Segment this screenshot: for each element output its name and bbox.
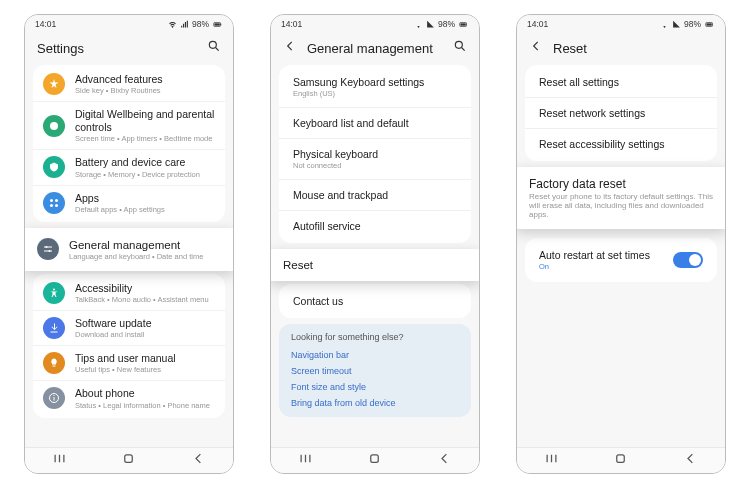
- page-title: Reset: [553, 41, 713, 56]
- status-bar: 14:01 98%: [25, 15, 233, 33]
- signal-icon: [180, 20, 189, 29]
- looking-card: Looking for something else? Navigation b…: [279, 324, 471, 417]
- phone-reset: 14:01 98% Reset Reset all settings Reset…: [516, 14, 726, 474]
- link-bring-data[interactable]: Bring data from old device: [291, 395, 459, 411]
- nav-recent[interactable]: [52, 451, 67, 470]
- row-reset-accessibility[interactable]: Reset accessibility settings: [525, 129, 717, 159]
- info-icon: [43, 387, 65, 409]
- nav-home[interactable]: [613, 451, 628, 470]
- nav-recent[interactable]: [544, 451, 559, 470]
- item-battery-care[interactable]: Battery and device careStorage • Memory …: [33, 149, 225, 184]
- gm-card-2: Contact us: [279, 284, 471, 318]
- status-right: 98%: [660, 19, 715, 29]
- link-font-size[interactable]: Font size and style: [291, 379, 459, 395]
- nav-bar: [25, 447, 233, 473]
- page-title: Settings: [37, 41, 197, 56]
- back-icon[interactable]: [529, 39, 543, 57]
- wifi-icon: [414, 20, 423, 29]
- nav-home[interactable]: [121, 451, 136, 470]
- link-screen-timeout[interactable]: Screen timeout: [291, 363, 459, 379]
- svg-point-14: [53, 289, 55, 291]
- wifi-icon: [660, 20, 669, 29]
- row-contact-us[interactable]: Contact us: [279, 286, 471, 316]
- svg-point-8: [50, 204, 53, 207]
- svg-point-5: [50, 122, 58, 130]
- item-software-update[interactable]: Software updateDownload and install: [33, 310, 225, 345]
- svg-rect-31: [707, 23, 712, 25]
- wellbeing-icon: [43, 115, 65, 137]
- header: General management: [271, 33, 479, 65]
- search-icon[interactable]: [453, 39, 467, 57]
- reset-card-2: Auto restart at set times On: [525, 238, 717, 282]
- gm-card-1: Samsung Keyboard settingsEnglish (US) Ke…: [279, 65, 471, 243]
- nav-recent[interactable]: [298, 451, 313, 470]
- svg-rect-23: [461, 23, 466, 25]
- svg-rect-1: [215, 23, 220, 25]
- nav-back[interactable]: [683, 451, 698, 470]
- status-battery: 98%: [684, 19, 701, 29]
- care-icon: [43, 156, 65, 178]
- status-right: 98%: [168, 19, 223, 29]
- highlight-general-management[interactable]: General managementLanguage and keyboard …: [25, 228, 233, 271]
- row-auto-restart[interactable]: Auto restart at set times On: [525, 240, 717, 280]
- header: Reset: [517, 33, 725, 65]
- status-time: 14:01: [281, 19, 302, 29]
- toggle-auto-restart[interactable]: [673, 252, 703, 268]
- reset-content: Reset all settings Reset network setting…: [517, 65, 725, 447]
- row-autofill[interactable]: Autofill service: [279, 211, 471, 241]
- item-digital-wellbeing[interactable]: Digital Wellbeing and parental controlsS…: [33, 101, 225, 149]
- svg-rect-2: [221, 23, 222, 25]
- signal-icon: [672, 20, 681, 29]
- highlight-factory-reset[interactable]: Factory data reset Reset your phone to i…: [517, 167, 725, 229]
- item-tips[interactable]: Tips and user manualUseful tips • New fe…: [33, 345, 225, 380]
- item-advanced-features[interactable]: Advanced featuresSide key • Bixby Routin…: [33, 67, 225, 101]
- svg-rect-35: [617, 455, 625, 463]
- item-apps[interactable]: AppsDefault apps • App settings: [33, 185, 225, 220]
- item-about-phone[interactable]: About phoneStatus • Legal information • …: [33, 380, 225, 415]
- row-reset-all[interactable]: Reset all settings: [525, 67, 717, 98]
- sliders-icon: [37, 238, 59, 260]
- status-time: 14:01: [527, 19, 548, 29]
- svg-point-9: [55, 204, 58, 207]
- status-bar: 14:01 98%: [517, 15, 725, 33]
- gm-content: Samsung Keyboard settingsEnglish (US) Ke…: [271, 65, 479, 447]
- settings-card-bottom: AccessibilityTalkBack • Mono audio • Ass…: [33, 274, 225, 418]
- svg-point-7: [55, 199, 58, 202]
- nav-bar: [517, 447, 725, 473]
- status-time: 14:01: [35, 19, 56, 29]
- link-navigation-bar[interactable]: Navigation bar: [291, 347, 459, 363]
- svg-point-6: [50, 199, 53, 202]
- status-bar: 14:01 98%: [271, 15, 479, 33]
- phone-general-management: 14:01 98% General management Samsung Key…: [270, 14, 480, 474]
- svg-rect-29: [371, 455, 379, 463]
- nav-back[interactable]: [191, 451, 206, 470]
- nav-home[interactable]: [367, 451, 382, 470]
- battery-icon: [212, 20, 223, 29]
- battery-icon: [704, 20, 715, 29]
- highlight-reset[interactable]: Reset: [271, 249, 479, 281]
- svg-rect-21: [125, 455, 133, 463]
- svg-point-17: [53, 395, 54, 396]
- item-accessibility[interactable]: AccessibilityTalkBack • Mono audio • Ass…: [33, 276, 225, 310]
- accessibility-icon: [43, 282, 65, 304]
- row-mouse-trackpad[interactable]: Mouse and trackpad: [279, 180, 471, 211]
- page-title: General management: [307, 41, 443, 56]
- phone-settings: 14:01 98% Settings Advanced featuresSide…: [24, 14, 234, 474]
- nav-back[interactable]: [437, 451, 452, 470]
- settings-card-top: Advanced featuresSide key • Bixby Routin…: [33, 65, 225, 222]
- status-right: 98%: [414, 19, 469, 29]
- reset-card-1: Reset all settings Reset network setting…: [525, 65, 717, 161]
- row-reset-network[interactable]: Reset network settings: [525, 98, 717, 129]
- looking-heading: Looking for something else?: [291, 332, 459, 342]
- apps-icon: [43, 192, 65, 214]
- star-icon: [43, 73, 65, 95]
- download-icon: [43, 317, 65, 339]
- row-physical-keyboard[interactable]: Physical keyboardNot connected: [279, 139, 471, 180]
- status-battery: 98%: [192, 19, 209, 29]
- row-keyboard-list[interactable]: Keyboard list and default: [279, 108, 471, 139]
- bulb-icon: [43, 352, 65, 374]
- status-battery: 98%: [438, 19, 455, 29]
- back-icon[interactable]: [283, 39, 297, 57]
- search-icon[interactable]: [207, 39, 221, 57]
- row-samsung-keyboard[interactable]: Samsung Keyboard settingsEnglish (US): [279, 67, 471, 108]
